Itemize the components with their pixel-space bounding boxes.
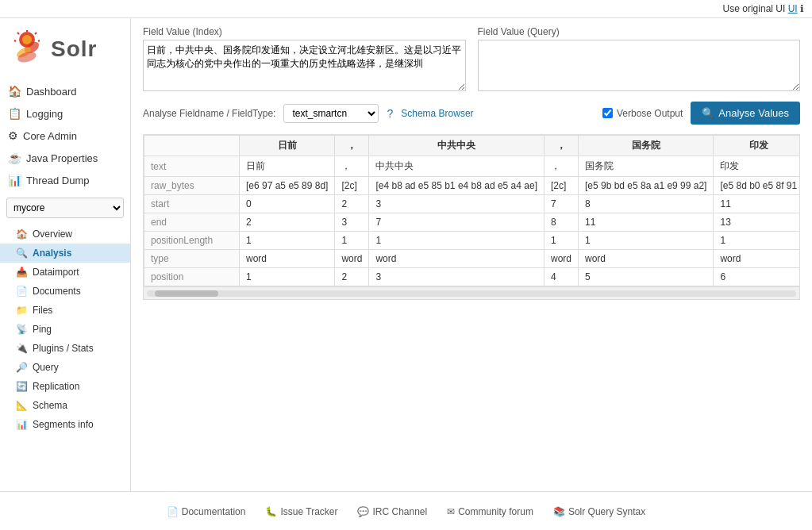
scrollbar-row[interactable] (144, 286, 799, 299)
dashboard-icon: 🏠 (8, 85, 21, 98)
table-column-header-1: ， (335, 136, 369, 156)
community-forum-icon: ✉ (447, 506, 455, 517)
subnav-item-analysis-label: Analysis (33, 248, 71, 259)
svg-line-6 (14, 40, 16, 41)
footer-solr-query-syntax-label: Solr Query Syntax (568, 506, 645, 517)
table-cell-3-2: 7 (369, 213, 545, 232)
analyse-btn-icon: 🔍 (702, 107, 714, 119)
subnav-item-dataimport-label: Dataimport (33, 267, 79, 278)
table-cell-2-4: 8 (578, 195, 713, 213)
footer-documentation-link[interactable]: 📄 Documentation (167, 506, 246, 517)
table-cell-6-5: 6 (714, 268, 800, 286)
sidebar-item-thread-dump[interactable]: 📊 Thread Dump (0, 169, 130, 191)
table-cell-4-3: 1 (544, 232, 578, 250)
top-bar: Use original UI UI ℹ (0, 0, 812, 18)
analyse-values-button[interactable]: 🔍 Analyse Values (691, 102, 800, 125)
subnav-item-dataimport[interactable]: 📥 Dataimport (0, 263, 130, 282)
app-layout: Solr 🏠 Dashboard 📋 Logging ⚙ Core Admin … (0, 18, 812, 491)
table-column-header-0: 日前 (240, 136, 335, 156)
subnav-item-replication[interactable]: 🔄 Replication (0, 377, 130, 396)
field-value-index-box: Field Value (Index) 日前，中共中央、国务院印发通知，决定设立… (143, 26, 466, 94)
table-cell-1-3: [2c] (544, 177, 578, 195)
subnav-item-query[interactable]: 🔎 Query (0, 358, 130, 377)
subnav-item-overview[interactable]: 🏠 Overview (0, 225, 130, 244)
subnav-item-ping[interactable]: 📡 Ping (0, 320, 130, 339)
analyse-btn-label: Analyse Values (718, 107, 789, 119)
footer-solr-query-syntax-link[interactable]: 📚 Solr Query Syntax (553, 506, 645, 517)
subnav-item-plugins-stats[interactable]: 🔌 Plugins / Stats (0, 339, 130, 358)
logo-area: Solr (0, 26, 130, 80)
documentation-icon: 📄 (167, 506, 179, 517)
field-value-query-box: Field Value (Query) (478, 26, 801, 94)
schema-browser-link[interactable]: Schema Browser (401, 108, 473, 119)
subnav-item-documents-label: Documents (33, 286, 81, 297)
subnav-item-files-label: Files (33, 305, 52, 316)
verbose-output-checkbox[interactable] (602, 108, 613, 118)
analysis-table-container: 日前，中共中央，国务院印发text日前，中共中央，国务院印发raw_bytes[… (143, 134, 800, 300)
footer-irc-channel-label: IRC Channel (372, 506, 427, 517)
scrollbar-track (147, 290, 796, 297)
subnav-item-analysis[interactable]: 🔍 Analysis (0, 244, 130, 263)
table-row: end23781113 (144, 213, 801, 232)
field-value-query-label: Field Value (Query) (478, 26, 801, 37)
table-row-label-3: end (144, 213, 240, 232)
field-value-query-input[interactable] (478, 40, 801, 91)
main-content: Field Value (Index) 日前，中共中央、国务院印发通知，决定设立… (131, 18, 812, 491)
verbose-output-area: Verbose Output (602, 108, 683, 119)
table-row-label-0: text (144, 156, 240, 177)
analyse-row: Analyse Fieldname / FieldType: text_smar… (143, 102, 800, 125)
table-cell-6-1: 2 (335, 268, 369, 286)
subnav-item-segments-info[interactable]: 📊 Segments info (0, 415, 130, 434)
sidebar-item-dashboard[interactable]: 🏠 Dashboard (0, 80, 130, 102)
table-cell-1-1: [2c] (335, 177, 369, 195)
table-row-label-5: type (144, 250, 240, 268)
field-value-index-label: Field Value (Index) (143, 26, 466, 37)
help-icon[interactable]: ? (387, 107, 393, 120)
subnav-item-replication-label: Replication (33, 381, 79, 392)
files-icon: 📁 (16, 305, 28, 316)
table-row-label-2: start (144, 195, 240, 213)
sidebar-item-core-admin[interactable]: ⚙ Core Admin (0, 125, 130, 147)
table-cell-0-3: ， (544, 156, 578, 177)
subnav-item-files[interactable]: 📁 Files (0, 301, 130, 320)
table-row: start0237811 (144, 195, 801, 213)
subnav-item-plugins-stats-label: Plugins / Stats (33, 343, 94, 354)
table-cell-1-2: [e4 b8 ad e5 85 b1 e4 b8 ad e5 a4 ae] (369, 177, 545, 195)
sidebar-item-thread-dump-label: Thread Dump (26, 175, 89, 186)
analysis-icon: 🔍 (16, 248, 28, 259)
subnav-item-ping-label: Ping (33, 324, 52, 335)
use-original-ui-text: Use original UI (723, 3, 786, 14)
table-cell-4-0: 1 (240, 232, 335, 250)
table-cell-5-1: word (335, 250, 369, 268)
table-cell-0-0: 日前 (240, 156, 335, 177)
field-values-row: Field Value (Index) 日前，中共中央、国务院印发通知，决定设立… (143, 26, 800, 94)
plugins-stats-icon: 🔌 (16, 343, 28, 354)
footer-issue-tracker-link[interactable]: 🐛 Issue Tracker (265, 506, 337, 517)
table-cell-2-2: 3 (369, 195, 545, 213)
info-icon: ℹ (800, 3, 804, 14)
table-column-header-5: 印发 (714, 136, 800, 156)
core-selector[interactable]: mycore (6, 198, 124, 218)
footer-irc-channel-link[interactable]: 💬 IRC Channel (357, 506, 427, 517)
table-column-header-2: 中共中央 (369, 136, 545, 156)
footer: 📄 Documentation 🐛 Issue Tracker 💬 IRC Ch… (0, 491, 812, 530)
table-cell-4-4: 1 (578, 232, 713, 250)
table-cell-5-5: word (714, 250, 800, 268)
fieldtype-select[interactable]: text_smartcn (283, 104, 379, 123)
footer-community-forum-link[interactable]: ✉ Community forum (447, 506, 533, 517)
footer-documentation-label: Documentation (182, 506, 246, 517)
sidebar: Solr 🏠 Dashboard 📋 Logging ⚙ Core Admin … (0, 18, 131, 491)
query-icon: 🔎 (16, 362, 28, 373)
sidebar-item-java-properties[interactable]: ☕ Java Properties (0, 147, 130, 169)
scrollbar-thumb (155, 290, 218, 297)
table-cell-6-2: 3 (369, 268, 545, 286)
segments-info-icon: 📊 (16, 419, 28, 430)
subnav-item-schema[interactable]: 📐 Schema (0, 396, 130, 415)
sidebar-item-logging[interactable]: 📋 Logging (0, 102, 130, 125)
analysis-table: 日前，中共中央，国务院印发text日前，中共中央，国务院印发raw_bytes[… (144, 135, 800, 286)
field-value-index-input[interactable]: 日前，中共中央、国务院印发通知，决定设立河北雄安新区。这是以习近平同志为核心的党… (143, 40, 466, 91)
original-ui-link[interactable]: UI (788, 3, 798, 14)
subnav-item-documents[interactable]: 📄 Documents (0, 282, 130, 301)
svg-line-5 (17, 33, 19, 34)
table-cell-0-5: 印发 (714, 156, 800, 177)
